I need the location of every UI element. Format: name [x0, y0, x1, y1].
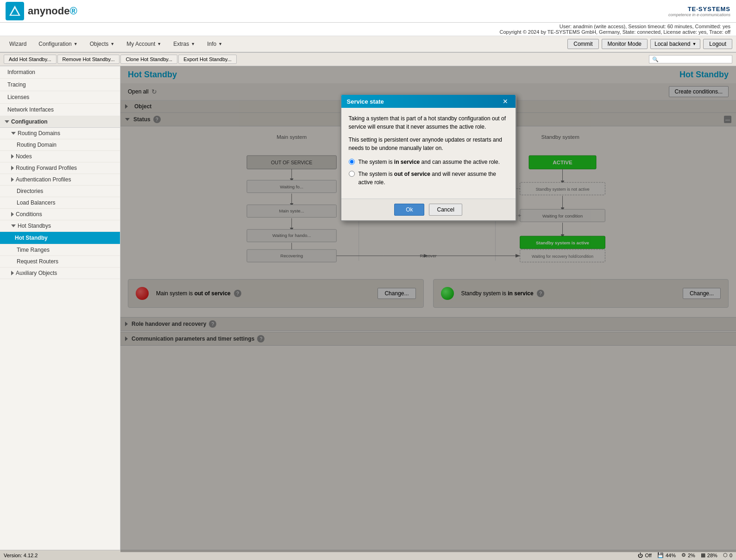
- logo-area: anynode®: [6, 2, 77, 20]
- aux-expand-icon: [11, 271, 14, 275]
- power-icon: ⏻: [638, 553, 643, 558]
- disk-icon: 💾: [657, 552, 664, 558]
- hotstandby-expand-icon: [11, 224, 16, 227]
- option1-label: The system is in service and can assume …: [359, 158, 500, 166]
- sidebar-item-hot-standby[interactable]: Hot Standby: [0, 232, 120, 244]
- sidebar-sub-nodes[interactable]: Nodes: [0, 151, 120, 162]
- sidebar-sub-time-ranges[interactable]: Time Ranges: [0, 244, 120, 256]
- sidebar-sub-routing-forward-profiles[interactable]: Routing Forward Profiles: [0, 162, 120, 174]
- nodes-icon: ⬡: [723, 552, 728, 558]
- modal-option2: The system is out of service and will ne…: [349, 170, 508, 187]
- sys-info-bar: User: anadmin (write access), Session ti…: [0, 23, 736, 36]
- anynode-logo-icon: [6, 2, 24, 20]
- nav-right: Commit Monitor Mode Local backend ▼ Logo…: [567, 39, 732, 49]
- anynode-logo-text: anynode®: [28, 5, 77, 17]
- service-state-dialog: Service state ✕ Taking a system that is …: [340, 94, 516, 221]
- sidebar-item-network-interfaces[interactable]: Network Interfaces: [0, 104, 120, 116]
- nav-myaccount[interactable]: My Account ▼: [121, 39, 167, 49]
- sidebar-sub-conditions[interactable]: Conditions: [0, 209, 120, 220]
- routing-domains-expand-icon: [11, 132, 16, 135]
- sidebar-sub-routing-domains[interactable]: Routing Domains: [0, 128, 120, 139]
- sidebar-sub-auxiliary-objects[interactable]: Auxiliary Objects: [0, 268, 120, 279]
- mem-status: ▦ 28%: [701, 552, 717, 558]
- cpu-status: ⚙ 2%: [681, 552, 695, 558]
- hotstandby-toolbar: Add Hot Standby... Remove Hot Standby...…: [0, 53, 736, 66]
- nav-info[interactable]: Info ▼: [201, 39, 228, 49]
- nodes-expand-icon: [11, 154, 14, 159]
- mem-icon: ▦: [701, 552, 705, 558]
- info-dropdown-icon: ▼: [218, 42, 222, 46]
- backend-dropdown-icon: ▼: [692, 42, 696, 46]
- config-dropdown-icon: ▼: [74, 42, 78, 46]
- sidebar-sub-hot-standbys[interactable]: Hot Standbys: [0, 220, 120, 232]
- sidebar-sub-load-balancers[interactable]: Load Balancers: [0, 197, 120, 209]
- search-area: [649, 55, 732, 63]
- remove-hotstandby-button[interactable]: Remove Hot Standby...: [57, 55, 120, 64]
- modal-title: Service state: [347, 98, 384, 105]
- search-input[interactable]: [649, 55, 732, 63]
- sidebar-item-tracing[interactable]: Tracing: [0, 79, 120, 91]
- modal-body-p2: This setting is persistent over anynode …: [349, 136, 508, 152]
- logout-button[interactable]: Logout: [703, 39, 732, 49]
- modal-overlay: Service state ✕ Taking a system that is …: [120, 66, 736, 552]
- config-expand-icon: [5, 120, 9, 123]
- version-label: Version: 4.12.2: [4, 553, 38, 558]
- nav-extras[interactable]: Extras ▼: [168, 39, 201, 49]
- option2-radio[interactable]: [349, 171, 355, 177]
- content-area: Hot Standby Hot Standby Open all ↻ Creat…: [120, 66, 736, 552]
- auth-expand-icon: [11, 177, 14, 182]
- sidebar-sub-request-routers[interactable]: Request Routers: [0, 256, 120, 268]
- sidebar-sub-directories[interactable]: Directories: [0, 186, 120, 197]
- sidebar-section-configuration[interactable]: Configuration: [0, 116, 120, 128]
- cpu-icon: ⚙: [681, 552, 686, 558]
- modal-radio-group: The system is in service and can assume …: [349, 158, 508, 187]
- modal-close-button[interactable]: ✕: [501, 98, 510, 105]
- myaccount-dropdown-icon: ▼: [157, 42, 161, 46]
- sidebar: Information Tracing Licenses Network Int…: [0, 66, 120, 552]
- modal-body-p1: Taking a system that is part of a hot st…: [349, 114, 508, 131]
- sidebar-item-licenses[interactable]: Licenses: [0, 91, 120, 104]
- rfp-expand-icon: [11, 166, 14, 170]
- sidebar-sub-routing-domain[interactable]: Routing Domain: [0, 139, 120, 151]
- modal-cancel-button[interactable]: Cancel: [429, 204, 462, 216]
- monitor-mode-button[interactable]: Monitor Mode: [602, 39, 648, 49]
- backend-dropdown[interactable]: Local backend ▼: [650, 39, 700, 49]
- storage-status: 💾 44%: [657, 552, 676, 558]
- power-status: ⏻ Off: [638, 553, 651, 558]
- commit-button[interactable]: Commit: [567, 39, 598, 49]
- nodes-status: ⬡ 0: [723, 552, 732, 558]
- conditions-expand-icon: [11, 212, 14, 217]
- nav-wizard[interactable]: Wizard: [4, 39, 32, 49]
- modal-body: Taking a system that is part of a hot st…: [341, 108, 516, 199]
- modal-ok-button[interactable]: Ok: [394, 204, 424, 216]
- modal-header: Service state ✕: [341, 95, 516, 108]
- main-layout: Information Tracing Licenses Network Int…: [0, 66, 736, 552]
- option1-radio[interactable]: [349, 159, 355, 165]
- modal-option1: The system is in service and can assume …: [349, 158, 508, 166]
- export-hotstandby-button[interactable]: Export Hot Standby...: [178, 55, 237, 64]
- modal-footer: Ok Cancel: [341, 199, 516, 220]
- clone-hotstandby-button[interactable]: Clone Hot Standby...: [120, 55, 177, 64]
- te-systems-logo: TE·SYSTEMS competence in e-communication…: [668, 6, 730, 17]
- extras-dropdown-icon: ▼: [191, 42, 195, 46]
- nav-bar: Wizard Configuration ▼ Objects ▼ My Acco…: [0, 36, 736, 53]
- option2-label: The system is out of service and will ne…: [359, 170, 508, 187]
- sidebar-sub-auth-profiles[interactable]: Authentication Profiles: [0, 174, 120, 186]
- nav-objects[interactable]: Objects ▼: [84, 39, 120, 49]
- add-hotstandby-button[interactable]: Add Hot Standby...: [4, 55, 57, 64]
- objects-dropdown-icon: ▼: [110, 42, 114, 46]
- nav-configuration[interactable]: Configuration ▼: [33, 39, 83, 49]
- top-header: anynode® TE·SYSTEMS competence in e-comm…: [0, 0, 736, 23]
- sidebar-item-information[interactable]: Information: [0, 66, 120, 79]
